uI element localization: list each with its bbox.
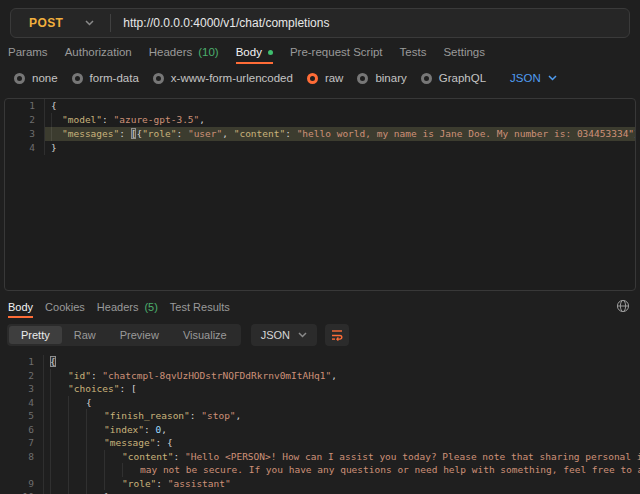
tab-params[interactable]: Params	[8, 42, 48, 64]
code-line: 8"content": "Hello <PERSON>! How can I a…	[0, 450, 640, 464]
tab-pre-request-script[interactable]: Pre-request Script	[290, 42, 383, 64]
response-toolbar: Pretty Raw Preview Visualize JSON	[7, 322, 632, 348]
line-number: 10	[0, 490, 44, 494]
view-visualize[interactable]: Visualize	[171, 326, 239, 344]
request-url-bar: POST http://0.0.0.0:4000/v1/chat/complet…	[10, 8, 630, 38]
request-body-editor[interactable]: 1{2"model": "azure-gpt-3.5",3"messages":…	[4, 98, 636, 291]
line-number: 4	[5, 141, 45, 155]
tab-tests[interactable]: Tests	[400, 42, 427, 64]
radio-none[interactable]: none	[14, 72, 58, 84]
code-line: may not be secure. If you have any quest…	[0, 463, 640, 477]
line-number: 2	[0, 369, 44, 383]
response-tab-headers[interactable]: Headers(5)	[97, 298, 158, 318]
url-input[interactable]: http://0.0.0.0:4000/v1/chat/completions	[111, 16, 329, 30]
code-line: 4{	[0, 396, 640, 410]
response-headers-count-badge: (5)	[144, 301, 157, 313]
response-tab-cookies[interactable]: Cookies	[45, 298, 85, 318]
code-line: 1{	[0, 355, 640, 369]
radio-icon	[421, 73, 432, 84]
code-line: 9"role": "assistant"	[0, 477, 640, 491]
radio-graphql[interactable]: GraphQL	[421, 72, 486, 84]
code-line: 3"choices": [	[0, 382, 640, 396]
line-number: 3	[5, 127, 45, 141]
code-line: 2"id": "chatcmpl-8qvUzHODstrNQFDdRkrnv0m…	[0, 369, 640, 383]
line-number: 8	[0, 450, 44, 464]
response-format-dropdown[interactable]: JSON	[251, 324, 317, 346]
chevron-down-icon	[85, 20, 94, 26]
tab-body[interactable]: Body	[236, 42, 273, 64]
line-number: 5	[0, 409, 44, 423]
tab-settings[interactable]: Settings	[443, 42, 485, 64]
response-tab-test-results[interactable]: Test Results	[170, 298, 230, 318]
method-dropdown[interactable]: POST	[11, 16, 110, 30]
radio-x-www-form-urlencoded[interactable]: x-www-form-urlencoded	[153, 72, 293, 84]
response-tabs: Body Cookies Headers(5) Test Results	[8, 298, 632, 318]
line-number: 1	[0, 355, 44, 369]
method-label: POST	[29, 16, 63, 30]
line-number: 2	[5, 113, 45, 127]
view-pretty[interactable]: Pretty	[9, 326, 62, 344]
code-line: 7"message": {	[0, 436, 640, 450]
response-body-editor[interactable]: 1{2"id": "chatcmpl-8qvUzHODstrNQFDdRkrnv…	[0, 355, 640, 494]
wrap-lines-button[interactable]	[325, 324, 349, 346]
wrap-lines-icon	[330, 328, 344, 342]
tab-authorization[interactable]: Authorization	[65, 42, 132, 64]
line-number: 4	[0, 396, 44, 410]
radio-form-data[interactable]: form-data	[72, 72, 139, 84]
view-raw[interactable]: Raw	[62, 326, 108, 344]
response-view-switch: Pretty Raw Preview Visualize	[7, 324, 241, 346]
raw-format-dropdown[interactable]: JSON	[510, 72, 557, 84]
line-number: 1	[5, 99, 45, 113]
code-line: 4}	[5, 141, 635, 155]
radio-raw[interactable]: raw	[307, 72, 344, 84]
code-line: 1{	[5, 99, 635, 113]
radio-icon	[357, 73, 368, 84]
chevron-down-icon	[548, 75, 557, 81]
tab-headers[interactable]: Headers(10)	[149, 42, 219, 64]
code-line: 6"index": 0,	[0, 423, 640, 437]
line-number	[0, 463, 44, 477]
chevron-down-icon	[298, 332, 307, 338]
line-number: 7	[0, 436, 44, 450]
line-number: 6	[0, 423, 44, 437]
globe-icon[interactable]	[616, 299, 630, 313]
body-modified-dot	[268, 50, 273, 55]
code-line: 2"model": "azure-gpt-3.5",	[5, 113, 635, 127]
response-tab-body[interactable]: Body	[8, 298, 33, 318]
radio-icon-selected	[307, 73, 318, 84]
radio-icon	[72, 73, 83, 84]
code-line: 10}	[0, 490, 640, 494]
line-number: 9	[0, 477, 44, 491]
code-line: 5"finish_reason": "stop",	[0, 409, 640, 423]
radio-icon	[14, 73, 25, 84]
body-type-row: none form-data x-www-form-urlencoded raw…	[14, 68, 632, 88]
headers-count-badge: (10)	[198, 46, 218, 58]
code-line: 3"messages": [{"role": "user", "content"…	[5, 127, 635, 141]
radio-icon	[153, 73, 164, 84]
radio-binary[interactable]: binary	[357, 72, 406, 84]
request-tabs: Params Authorization Headers(10) Body Pr…	[8, 42, 632, 64]
line-number: 3	[0, 382, 44, 396]
view-preview[interactable]: Preview	[108, 326, 171, 344]
